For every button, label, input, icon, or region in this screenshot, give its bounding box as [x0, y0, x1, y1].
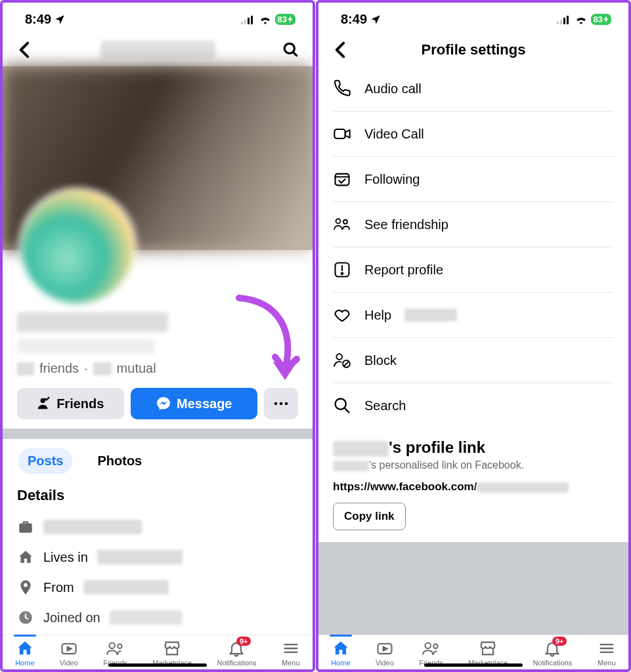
alert-square-icon	[333, 261, 351, 279]
copy-link-button[interactable]: Copy link	[333, 503, 406, 530]
profile-tabs: Posts Photos	[17, 439, 298, 480]
profile-name-redacted	[100, 41, 215, 59]
home-icon	[17, 549, 34, 566]
messenger-icon	[156, 396, 171, 411]
screenshot-profile-settings: 8:49 83 Profile settings Audio call Vide…	[316, 0, 631, 672]
tab-video[interactable]: Video	[376, 639, 394, 667]
svg-rect-20	[560, 20, 562, 24]
svg-line-5	[293, 52, 296, 55]
storefront-icon	[479, 639, 497, 658]
row-block[interactable]: Block	[333, 338, 614, 383]
svg-point-30	[341, 272, 343, 274]
wifi-icon	[259, 15, 272, 24]
friends-count-line: friends · mutual	[17, 361, 298, 376]
tab-video[interactable]: Video	[60, 639, 78, 667]
cover-photo[interactable]	[3, 66, 313, 250]
clock-icon	[17, 609, 34, 626]
inbox-check-icon	[333, 170, 351, 188]
svg-point-38	[425, 642, 431, 648]
profile-action-row: Friends Message	[17, 388, 298, 419]
svg-rect-25	[336, 174, 349, 186]
tab-home[interactable]: Home	[15, 639, 34, 667]
location-arrow-icon	[54, 14, 66, 26]
tab-friends[interactable]: Friends	[419, 639, 443, 667]
detail-from: From	[17, 572, 298, 602]
magnify-icon	[333, 396, 351, 415]
search-icon	[282, 41, 299, 58]
bolt-icon	[603, 16, 609, 23]
svg-point-26	[336, 219, 341, 224]
video-camera-icon	[333, 125, 351, 143]
bolt-icon	[288, 16, 293, 23]
message-button[interactable]: Message	[131, 388, 257, 419]
svg-rect-1	[244, 20, 246, 24]
friends-button[interactable]: Friends	[17, 388, 124, 419]
tab-menu[interactable]: Menu	[598, 639, 616, 667]
tab-notifications[interactable]: 9+ Notifications	[217, 639, 257, 667]
profile-link-subtitle: 's personalised link on Facebook.	[333, 459, 614, 471]
svg-marker-24	[345, 130, 350, 138]
svg-marker-37	[383, 647, 387, 651]
tab-home[interactable]: Home	[331, 639, 350, 667]
svg-rect-2	[248, 18, 250, 24]
row-search[interactable]: Search	[333, 383, 614, 428]
home-fill-icon	[332, 639, 350, 658]
svg-point-9	[285, 402, 288, 406]
svg-marker-13	[68, 647, 72, 651]
home-indicator	[108, 663, 207, 667]
tab-friends[interactable]: Friends	[103, 639, 127, 667]
svg-point-14	[109, 642, 115, 648]
cell-signal-icon	[557, 15, 571, 24]
section-divider	[3, 429, 313, 439]
row-help[interactable]: Help	[333, 293, 614, 338]
settings-list: Audio call Video Call Following See frie…	[318, 66, 628, 428]
row-see-friendship[interactable]: See friendship	[333, 202, 614, 247]
storefront-icon	[163, 639, 181, 658]
row-following[interactable]: Following	[333, 157, 614, 202]
wifi-icon	[575, 15, 588, 24]
back-button[interactable]	[330, 40, 350, 60]
profile-link-section: 's profile link 's personalised link on …	[318, 428, 628, 530]
svg-point-15	[118, 644, 121, 648]
person-block-icon	[333, 351, 351, 369]
hamburger-icon	[598, 639, 616, 658]
tab-marketplace[interactable]: Marketplace	[468, 639, 508, 667]
svg-line-33	[344, 362, 349, 367]
more-options-button[interactable]	[264, 388, 298, 419]
status-time: 8:49	[25, 12, 51, 27]
tab-menu[interactable]: Menu	[282, 639, 300, 667]
profile-avatar[interactable]	[18, 188, 137, 306]
notification-badge: 9+	[552, 637, 567, 646]
video-play-icon	[60, 639, 78, 658]
notification-badge: 9+	[236, 637, 251, 646]
location-pin-icon	[17, 579, 34, 596]
back-button[interactable]	[14, 40, 34, 60]
cell-signal-icon	[241, 15, 255, 24]
profile-topnav	[3, 31, 313, 66]
row-audio-call[interactable]: Audio call	[333, 66, 614, 112]
svg-point-7	[274, 402, 278, 406]
status-time: 8:49	[341, 12, 367, 27]
tab-marketplace[interactable]: Marketplace	[152, 639, 192, 667]
search-button[interactable]	[281, 40, 301, 60]
settings-topnav: Profile settings	[318, 31, 628, 66]
status-bar: 8:49 83	[318, 3, 628, 31]
tab-photos[interactable]: Photos	[88, 448, 151, 474]
profile-subtitle-redacted	[17, 339, 155, 353]
row-video-call[interactable]: Video Call	[333, 112, 614, 157]
chevron-left-icon	[334, 41, 346, 58]
people-icon	[106, 639, 125, 658]
location-arrow-icon	[370, 14, 381, 26]
heart-outline-icon	[333, 306, 351, 324]
dots-horizontal-icon	[273, 402, 289, 406]
video-play-icon	[376, 639, 394, 658]
tab-notifications[interactable]: 9+ Notifications	[533, 639, 573, 667]
page-title: Profile settings	[422, 41, 526, 58]
profile-body: friends · mutual Friends Message Posts P…	[3, 250, 313, 633]
tab-posts[interactable]: Posts	[18, 448, 72, 474]
row-report-profile[interactable]: Report profile	[333, 247, 614, 293]
chevron-left-icon	[18, 41, 30, 58]
profile-link-url: https://www.facebook.com/	[333, 480, 614, 494]
svg-point-39	[433, 644, 437, 648]
svg-rect-23	[334, 129, 345, 138]
